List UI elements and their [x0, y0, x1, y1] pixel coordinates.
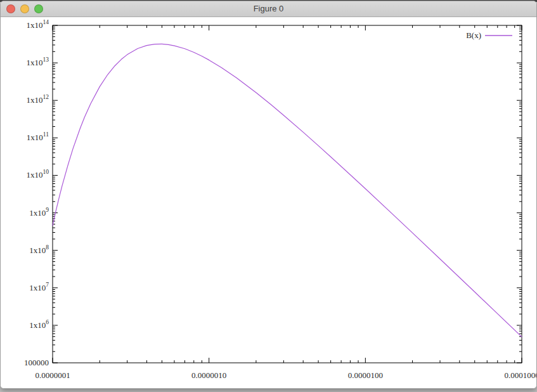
y-tick-label: 1x1011 [27, 131, 49, 142]
y-tick-label: 1x108 [29, 244, 49, 255]
x-tick-label: 0.0000100 [348, 370, 383, 380]
close-button[interactable] [6, 4, 15, 13]
x-tick-label: 0.0001000 [504, 370, 536, 380]
minimize-button[interactable] [20, 4, 29, 13]
plot-area: 0.00000010.00000100.00001000.00010001x10… [1, 17, 536, 388]
y-tick-label: 1x1012 [27, 94, 49, 105]
x-tick-label: 0.0000010 [191, 370, 226, 380]
y-tick-label: 1x109 [29, 207, 49, 218]
x-tick-label: 0.0000001 [35, 370, 70, 380]
plot-canvas: 0.00000010.00000100.00001000.00010001x10… [1, 17, 536, 388]
y-tick-label: 1x107 [29, 282, 49, 292]
y-tick-label: 1x1013 [27, 56, 49, 67]
legend-label: B(x) [466, 30, 481, 40]
y-tick-label: 100000 [24, 358, 49, 367]
curve-bx [53, 44, 522, 337]
plot-border [53, 25, 522, 363]
title-bar[interactable]: Figure 0 [1, 1, 536, 17]
traffic-light-buttons [6, 1, 43, 16]
y-tick-label: 1x106 [29, 319, 49, 330]
y-tick-label: 1x1014 [27, 19, 49, 30]
figure-window: Figure 0 0.00000010.00000100.00001000.00… [0, 1, 537, 389]
zoom-button[interactable] [34, 4, 43, 13]
window-title: Figure 0 [1, 1, 536, 16]
y-tick-label: 1x1010 [27, 169, 49, 180]
